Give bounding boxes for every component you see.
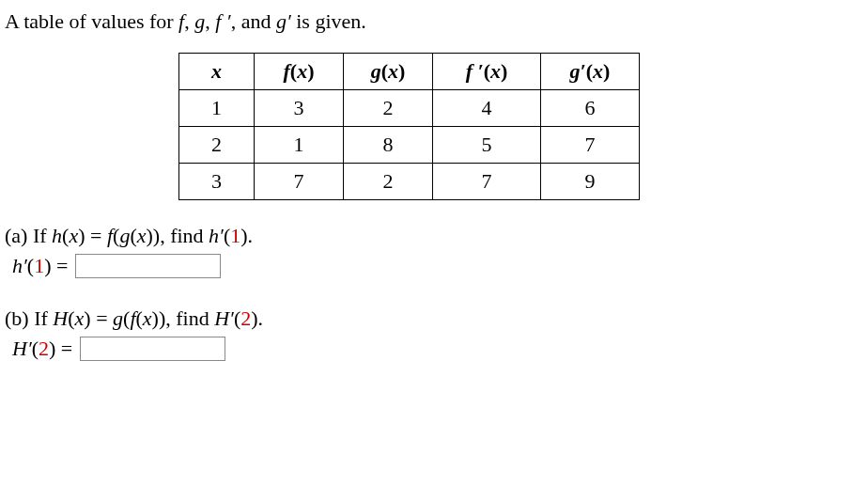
cell-x: 2 — [179, 127, 255, 164]
part-a: (a) If h(x) = f(g(x)), find h′(1). h′(1)… — [5, 224, 863, 278]
cell-fx: 3 — [255, 90, 344, 127]
part-a-answer-label: h′(1) = — [12, 254, 68, 278]
part-a-question: (a) If h(x) = f(g(x)), find h′(1). — [5, 224, 863, 248]
part-b-question: (b) If H(x) = g(f(x)), find H′(2). — [5, 306, 863, 331]
part-b: (b) If H(x) = g(f(x)), find H′(2). H′(2)… — [5, 306, 863, 361]
values-table: x f(x) g(x) f ′(x) g′(x) 1 3 2 4 6 2 1 8… — [178, 53, 640, 200]
cell-x: 3 — [179, 164, 255, 200]
cell-gpx: 6 — [541, 90, 640, 127]
part-a-answer-line: h′(1) = — [12, 254, 863, 278]
cell-gx: 2 — [344, 164, 433, 200]
intro-text: A table of values for f, g, f ′, and g′ … — [5, 9, 863, 34]
table-row: 3 7 2 7 9 — [179, 164, 640, 200]
part-b-answer-input[interactable] — [80, 337, 225, 361]
cell-fpx: 7 — [433, 164, 541, 200]
table-row: 1 3 2 4 6 — [179, 90, 640, 127]
cell-gx: 2 — [344, 90, 433, 127]
table-header-row: x f(x) g(x) f ′(x) g′(x) — [179, 54, 640, 90]
cell-fx: 1 — [255, 127, 344, 164]
table-row: 2 1 8 5 7 — [179, 127, 640, 164]
part-b-answer-line: H′(2) = — [12, 337, 863, 361]
cell-gpx: 9 — [541, 164, 640, 200]
header-gpx: g′(x) — [541, 54, 640, 90]
cell-gx: 8 — [344, 127, 433, 164]
header-fx: f(x) — [255, 54, 344, 90]
part-a-answer-input[interactable] — [75, 254, 221, 278]
cell-fpx: 4 — [433, 90, 541, 127]
cell-fpx: 5 — [433, 127, 541, 164]
header-x: x — [179, 54, 255, 90]
part-b-answer-label: H′(2) = — [12, 337, 72, 361]
header-gx: g(x) — [344, 54, 433, 90]
cell-fx: 7 — [255, 164, 344, 200]
cell-x: 1 — [179, 90, 255, 127]
cell-gpx: 7 — [541, 127, 640, 164]
header-fpx: f ′(x) — [433, 54, 541, 90]
